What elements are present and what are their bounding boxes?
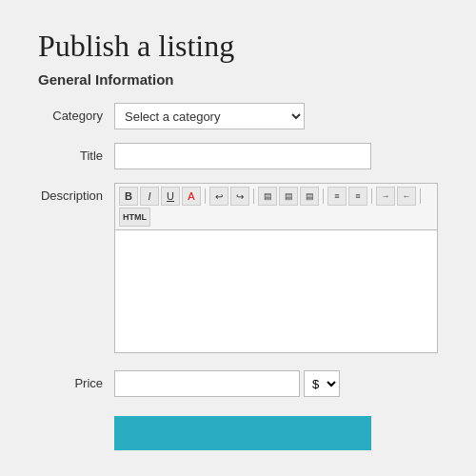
editor-toolbar: B I U A ↩ ↪ ▤ ▤ ▤ ≡ ≡ → ← HTML: [114, 183, 438, 229]
color-button[interactable]: A: [182, 187, 201, 206]
bold-button[interactable]: B: [119, 187, 138, 206]
title-input[interactable]: [114, 143, 371, 169]
price-row: Price $: [38, 370, 438, 397]
submit-container: [114, 416, 438, 450]
page-container: Publish a listing General Information Ca…: [0, 0, 476, 476]
separator-3: [323, 188, 324, 204]
title-control-wrap: [114, 143, 438, 169]
title-label: Title: [38, 143, 114, 163]
description-row: Description B I U A ↩ ↪ ▤ ▤ ▤ ≡ ≡ → ←: [38, 183, 438, 357]
price-label: Price: [38, 370, 114, 390]
align-left-button[interactable]: ▤: [258, 187, 277, 206]
category-label: Category: [38, 103, 114, 123]
list-unordered-button[interactable]: ≡: [327, 187, 347, 206]
price-control-wrap: $: [114, 370, 438, 397]
category-control-wrap: Select a category: [114, 103, 438, 129]
description-textarea[interactable]: [114, 229, 438, 353]
price-input[interactable]: [114, 370, 300, 397]
currency-select[interactable]: $: [304, 370, 340, 397]
description-label: Description: [38, 183, 114, 203]
list-ordered-button[interactable]: ≡: [348, 187, 367, 206]
redo-button[interactable]: ↪: [230, 187, 249, 206]
description-control-wrap: B I U A ↩ ↪ ▤ ▤ ▤ ≡ ≡ → ← HTML: [114, 183, 438, 357]
outdent-button[interactable]: ←: [397, 187, 416, 206]
separator-1: [205, 188, 206, 204]
submit-button[interactable]: [114, 416, 371, 450]
html-button[interactable]: HTML: [119, 208, 150, 227]
category-row: Category Select a category: [38, 103, 438, 129]
price-wrap: $: [114, 370, 438, 397]
separator-5: [420, 188, 421, 204]
align-center-button[interactable]: ▤: [279, 187, 298, 206]
section-title: General Information: [38, 71, 438, 88]
align-right-button[interactable]: ▤: [300, 187, 319, 206]
italic-button[interactable]: I: [140, 187, 159, 206]
separator-2: [253, 188, 254, 204]
separator-4: [371, 188, 372, 204]
page-title: Publish a listing: [38, 29, 438, 64]
title-row: Title: [38, 143, 438, 169]
undo-button[interactable]: ↩: [209, 187, 228, 206]
underline-button[interactable]: U: [161, 187, 180, 206]
category-select[interactable]: Select a category: [114, 103, 305, 129]
indent-button[interactable]: →: [376, 187, 395, 206]
